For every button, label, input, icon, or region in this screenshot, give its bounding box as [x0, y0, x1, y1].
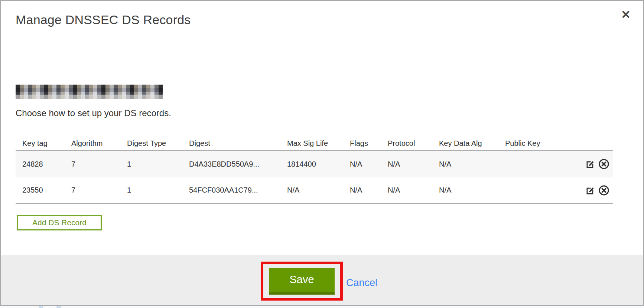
column-header-public-key: Public Key [505, 139, 582, 148]
page-title: Manage DNSSEC DS Records [16, 13, 191, 27]
column-header-flags: Flags [350, 139, 388, 148]
cell-digest-type: 1 [127, 186, 189, 194]
cell-flags: N/A [350, 186, 388, 194]
edit-icon[interactable] [585, 184, 596, 196]
cell-max-sig-life: N/A [287, 186, 350, 194]
annotation-highlight-box: Save [261, 262, 343, 301]
cancel-link[interactable]: Cancel [346, 277, 377, 289]
save-button[interactable]: Save [269, 268, 335, 295]
cell-digest-type: 1 [127, 160, 189, 168]
cell-digest: 54FCF030AA1C79... [189, 186, 287, 194]
table-row: 23550 7 1 54FCF030AA1C79... N/A N/A N/A … [16, 177, 613, 203]
column-header-digest-type: Digest Type [127, 139, 189, 148]
table-row: 24828 7 1 D4A33E8DD550A9... 1814400 N/A … [16, 151, 613, 177]
cell-max-sig-life: 1814400 [287, 160, 350, 168]
cell-key-data-alg: N/A [439, 186, 505, 194]
table-body: 24828 7 1 D4A33E8DD550A9... 1814400 N/A … [16, 150, 613, 204]
column-header-algorithm: Algorithm [71, 139, 127, 148]
close-icon[interactable]: ✕ [621, 9, 631, 20]
cell-digest: D4A33E8DD550A9... [189, 160, 287, 168]
cell-protocol: N/A [388, 160, 439, 168]
add-ds-record-button[interactable]: Add DS Record [17, 215, 102, 230]
background-page-fragment [39, 306, 43, 308]
column-header-key-tag: Key tag [22, 139, 71, 148]
domain-name-redacted [16, 85, 163, 99]
background-page-fragment [56, 306, 61, 308]
column-header-key-data-alg: Key Data Alg [439, 139, 505, 148]
ds-records-table: Key tag Algorithm Digest Type Digest Max… [16, 137, 613, 204]
edit-icon[interactable] [585, 158, 596, 170]
column-header-digest: Digest [189, 139, 287, 148]
cell-algorithm: 7 [71, 160, 127, 168]
background-page-peek [0, 306, 644, 308]
column-header-protocol: Protocol [388, 139, 439, 148]
instruction-text: Choose how to set up your DS records. [16, 108, 171, 118]
cell-algorithm: 7 [71, 186, 127, 194]
delete-icon[interactable] [598, 158, 610, 170]
cell-flags: N/A [350, 160, 388, 168]
dnssec-ds-records-dialog: Manage DNSSEC DS Records ✕ Choose how to… [0, 0, 644, 306]
cell-protocol: N/A [388, 186, 439, 194]
column-header-max-sig-life: Max Sig Life [287, 139, 350, 148]
cell-key-tag: 24828 [22, 160, 71, 168]
cell-key-data-alg: N/A [439, 160, 505, 168]
row-actions [582, 158, 610, 170]
delete-icon[interactable] [598, 184, 610, 196]
cell-key-tag: 23550 [22, 186, 71, 194]
table-header-row: Key tag Algorithm Digest Type Digest Max… [16, 137, 613, 150]
row-actions [582, 184, 610, 196]
